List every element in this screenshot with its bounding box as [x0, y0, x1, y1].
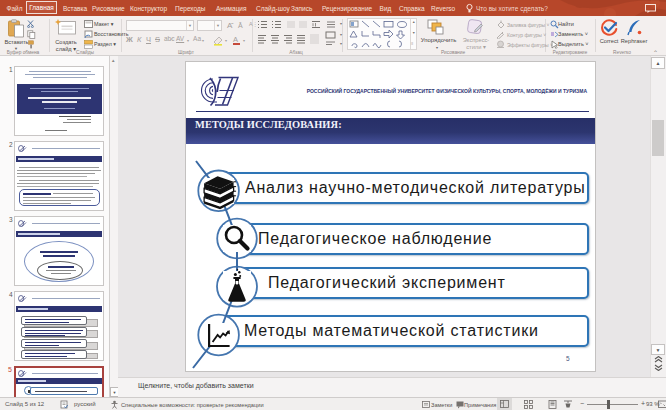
svg-text:▾: ▾ — [340, 32, 342, 37]
svg-text:▾: ▾ — [340, 41, 342, 46]
svg-text:▾: ▾ — [340, 21, 342, 26]
